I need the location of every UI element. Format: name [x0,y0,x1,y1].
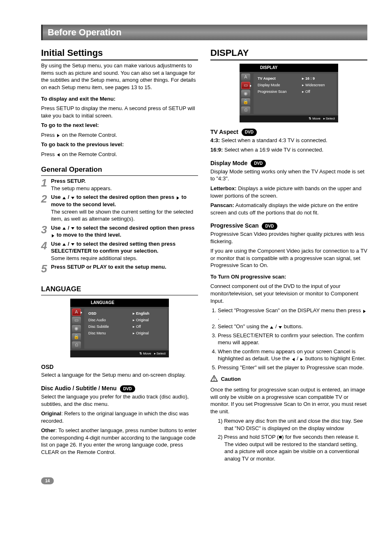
osd-label: Progressive Scan [258,89,300,94]
next-post: on the Remote Control. [62,132,117,138]
osd-tab-language-icon[interactable]: A [72,309,81,316]
prev-level-heading: To go back to the previous level: [41,141,198,148]
caution-h: Caution [221,376,241,382]
step-row: 2 Use / to select the desired option the… [41,193,198,222]
t: buttons to highlight Enter. [305,355,366,362]
t: Remove any disc from the unit and close … [224,418,363,431]
prog-p1: Progressive Scan Video provides higher q… [210,230,367,245]
progressive-h: Progressive Scan DVD [210,222,367,230]
step-number: 5 [41,263,51,274]
lb-h: Letterbox: [210,185,237,191]
osd-row[interactable]: TV Aspect▸16 : 9 [258,75,334,82]
step-bold: Use / to select the desired setting then… [51,241,175,254]
osd-rows: TV Aspect▸16 : 9 Display Mode▸Widescreen… [254,74,337,114]
step-bold: Use / to select the desired option then … [51,194,187,207]
t: to move to the third level. [57,232,121,238]
disc-body: Select the language you prefer for the a… [41,393,198,408]
tv169-b: Select when a 16:9 wide TV is connected. [223,147,323,153]
t: / [68,241,71,247]
up-arrow-icon [270,324,274,329]
t: Use [51,225,62,231]
osd-header: DISPLAY [240,64,338,72]
osd-label: Disc Subtitle [88,324,131,329]
osd-label: Display Mode [258,83,300,88]
updown-icon: ⇅ [139,352,142,355]
down-arrow-icon [278,324,282,329]
right-column: DISPLAY DISPLAY A ▭ ◉ 🔒 ⎙ TV Aspect▸16 :… [210,47,367,465]
turn-on-h: To Turn ON progressive scan: [210,273,367,281]
osd-row[interactable]: OSD▸English [88,310,165,317]
right-arrow-icon [56,133,60,138]
list-item: When the confirm menu appears on your sc… [218,348,367,362]
down-arrow-icon [71,242,75,247]
caution-icon [210,375,218,384]
osd-body: A ▭ ◉ 🔒 ⎙ TV Aspect▸16 : 9 Display Mode▸… [240,72,338,115]
osd-subhead: OSD [41,363,198,371]
dm-text: Display Mode [210,160,247,166]
osd-label: Disc Menu [88,331,131,336]
page-title: Before Operation [48,27,122,37]
right-caret-icon: ▸ [131,324,136,329]
turn-on-b: Connect component out of the DVD to the … [210,283,367,304]
dm-intro: Display Mode setting works only when the… [210,168,367,182]
list-item: 1) Remove any disc from the unit and clo… [218,417,367,432]
step-row: 3 Use / to select the second desired opt… [41,224,198,239]
osd-tab-language-icon[interactable]: A [241,74,250,81]
other-h: Other [41,427,55,433]
step-body: Press SETUP. The setup menu appears. [51,177,198,192]
osd-row[interactable]: Disc Subtitle▸Off [88,323,165,330]
right-caret-icon: ▸ [300,76,305,81]
updown-icon: ⇅ [309,117,311,120]
display-exit-body: Press SETUP to display the menu. A secon… [41,105,198,119]
next-level-heading: To go to the next level: [41,122,198,129]
step-row: 4 Use / to select the desired setting th… [41,240,198,262]
osd-row[interactable]: Progressive Scan▸Off [258,88,334,95]
osd-row[interactable]: Disc Audio▸Original [88,317,165,323]
step-body: Press SETUP or PLAY to exit the setup me… [51,263,198,271]
osd-rows: OSD▸English Disc Audio▸Original Disc Sub… [84,309,167,349]
panscan-line: Panscan: Automatically displays the wide… [210,202,367,216]
original-h: Original [41,410,61,417]
step-text: The screen will be shown the current set… [51,209,193,222]
disc-h-text: Disc Audio / Subtitle / Menu [41,385,117,391]
tv169-line: 16:9: Select when a 16:9 wide TV is conn… [210,146,367,154]
heading-language: LANGUAGE [41,285,198,295]
step-bold: Press SETUP. [51,178,85,184]
step-number: 3 [41,224,51,235]
step-number: 1 [41,177,51,188]
disc-subhead: Disc Audio / Subtitle / Menu DVD [41,385,198,392]
prev-post: on the Remote Control. [62,151,117,157]
next-pre: Press [41,132,56,138]
original-line: Original: Refers to the original languag… [41,410,198,424]
osd-tab-display-icon[interactable]: ▭ [72,317,81,324]
osd-tab-audio-icon[interactable]: ◉ [72,325,81,332]
heading-general-operation: General Operation [41,165,198,176]
osd-tab-audio-icon[interactable]: ◉ [241,90,250,97]
letterbox-line: Letterbox: Displays a wide picture with … [210,185,367,199]
osd-tab-display-icon[interactable]: ▭ [241,82,250,89]
display-mode-h: Display Mode DVD [210,159,367,167]
t: / [275,323,278,329]
step-row: 1 Press SETUP. The setup menu appears. [41,177,198,192]
osd-tab-lock-icon[interactable]: 🔒 [72,333,81,341]
osd-value: 16 : 9 [305,76,334,81]
osd-footer: ⇅ Move ▸ Select [240,115,338,122]
tvaspect-text: TV Aspect [210,129,238,135]
tv43-b: Select when a standard 4:3 TV is connect… [220,137,327,143]
osd-row[interactable]: Disc Menu▸Original [88,330,165,336]
list-item: 2) Press and hold STOP (■) for five seco… [218,433,367,462]
list-item: Pressing "Enter" will set the player to … [218,364,367,371]
left-arrow-icon [56,152,60,157]
right-caret-icon: ▸ [131,318,136,322]
osd-tab-lock-icon[interactable]: 🔒 [241,98,250,106]
dvd-pill: DVD [262,223,277,230]
dvd-pill: DVD [251,160,266,167]
right-caret-icon: ▸ [300,89,305,94]
step-bold: Press SETUP or PLAY to exit the setup me… [51,264,166,270]
progressive-steps: Select "Progressive Scan" on the DISPLAY… [210,307,367,371]
right-caret-icon: ▸ [131,311,136,316]
osd-tab-other-icon[interactable]: ⎙ [241,106,250,114]
osd-tab-other-icon[interactable]: ⎙ [72,341,81,349]
osd-header: LANGUAGE [70,299,169,307]
osd-row[interactable]: Display Mode▸Widescreen [258,82,334,88]
